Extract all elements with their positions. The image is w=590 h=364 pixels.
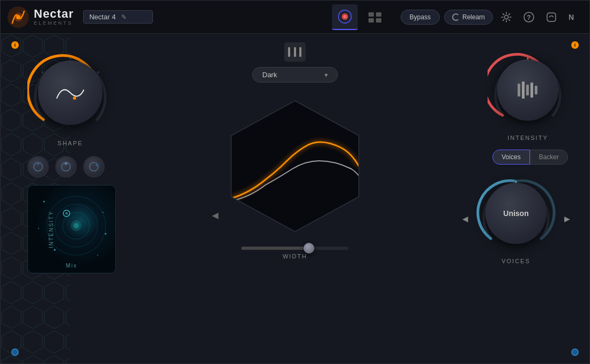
backer-toggle-btn[interactable]: Backer	[530, 150, 568, 165]
voices-backer-toggle: Voices Backer	[492, 150, 568, 165]
shape-knob-body[interactable]	[38, 61, 102, 125]
width-section: WIDTH	[241, 247, 349, 259]
mini-knob-1-icon	[32, 161, 44, 173]
unison-label: Unison	[503, 209, 528, 218]
intensity-bars-icon	[514, 79, 541, 101]
indicator-bottom-left[interactable]	[11, 348, 19, 356]
voices-knob-body[interactable]: Unison	[485, 183, 547, 244]
intensity-knob-outer[interactable]	[488, 50, 568, 130]
width-slider-fill	[241, 247, 306, 250]
voices-prev-button[interactable]: ◀	[459, 212, 471, 225]
svg-rect-52	[518, 84, 520, 96]
voices-label: VOICES	[502, 258, 530, 264]
relearn-icon	[452, 13, 460, 21]
svg-rect-13	[376, 18, 381, 23]
logo-area: Nectar ELEMENTS	[7, 6, 73, 28]
svg-text:?: ?	[527, 13, 530, 21]
mini-knob-3-icon	[88, 161, 100, 173]
svg-point-27	[96, 164, 99, 167]
svg-rect-46	[299, 47, 301, 57]
intensity-label: INTENSITY	[507, 135, 548, 141]
intensity-knob-section: INTENSITY	[488, 50, 568, 141]
shape-curve-icon	[54, 82, 86, 103]
logo-icon	[7, 6, 30, 28]
relearn-button[interactable]: Relearn	[444, 10, 493, 25]
svg-rect-43	[291, 47, 293, 54]
svg-point-23	[37, 162, 40, 165]
help-icon: ?	[523, 11, 535, 23]
mini-knob-2[interactable]	[55, 156, 77, 177]
indicator-bottom-right[interactable]	[571, 348, 579, 356]
left-panel: SHAPE	[1, 34, 161, 363]
svg-point-26	[90, 162, 98, 171]
hex-visualization	[220, 91, 370, 241]
indicator-top-right[interactable]	[571, 41, 579, 49]
svg-point-9	[343, 15, 346, 18]
svg-point-33	[73, 223, 79, 228]
voices-next-button[interactable]: ▶	[560, 212, 573, 225]
svg-text:N: N	[569, 13, 574, 21]
izotope-icon: N	[566, 11, 581, 23]
svg-rect-56	[535, 86, 537, 94]
mini-controls	[27, 156, 105, 177]
izotope-logo-button[interactable]: N	[565, 8, 583, 26]
settings-button[interactable]	[497, 8, 515, 26]
mix-card[interactable]: Intensity Mix	[27, 185, 116, 273]
style-dropdown[interactable]: Dark ▾	[252, 67, 338, 83]
grid-icon	[367, 11, 382, 23]
svg-rect-44	[294, 47, 296, 57]
bypass-button[interactable]: Bypass	[401, 10, 440, 25]
indicator-top-left[interactable]	[11, 41, 19, 49]
svg-point-18	[69, 57, 71, 60]
svg-rect-11	[376, 12, 381, 17]
svg-point-25	[65, 162, 68, 165]
voices-toggle-btn[interactable]: Voices	[492, 150, 529, 165]
app-title: Nectar	[34, 8, 73, 20]
shape-knob-outer[interactable]	[27, 50, 113, 136]
logo-text-block: Nectar ELEMENTS	[34, 8, 73, 26]
gear-icon	[500, 11, 512, 23]
midi-icon	[545, 11, 557, 23]
svg-point-19	[41, 71, 43, 73]
tab-grid[interactable]	[362, 4, 388, 30]
hex-viz-svg	[223, 96, 367, 236]
edit-icon: ✎	[121, 13, 127, 21]
blue-dot-right	[571, 348, 579, 356]
svg-point-20	[97, 71, 99, 73]
style-value: Dark	[262, 71, 277, 79]
svg-point-41	[65, 212, 68, 215]
chevron-down-icon: ▾	[324, 71, 328, 79]
mini-knob-3[interactable]	[83, 156, 105, 177]
mix-intensity-label: Intensity	[48, 210, 54, 248]
svg-point-37	[97, 255, 98, 256]
shape-label: SHAPE	[57, 140, 83, 146]
svg-point-6	[16, 15, 20, 19]
right-panel: INTENSITY Voices Backer ◀	[429, 34, 589, 363]
hex-left-arrow[interactable]: ◀	[212, 210, 218, 220]
main-content: SHAPE	[1, 34, 589, 363]
mini-knob-1[interactable]	[27, 156, 49, 177]
midi-button[interactable]	[542, 8, 560, 26]
svg-point-34	[43, 201, 45, 203]
svg-rect-45	[297, 47, 299, 54]
help-button[interactable]: ?	[520, 8, 538, 26]
piano-icon-button[interactable]	[284, 42, 306, 62]
mix-background	[28, 185, 116, 273]
width-slider[interactable]	[241, 247, 349, 250]
voices-knob-outer[interactable]: Unison	[476, 173, 556, 254]
app-subtitle: ELEMENTS	[34, 21, 73, 26]
svg-point-36	[54, 249, 56, 251]
shape-knob-section: SHAPE	[27, 50, 113, 146]
relearn-label: Relearn	[462, 13, 485, 21]
svg-rect-42	[288, 47, 290, 57]
svg-rect-55	[530, 83, 533, 98]
svg-point-14	[505, 15, 508, 19]
svg-point-21	[73, 96, 76, 100]
width-slider-thumb[interactable]	[304, 243, 314, 254]
svg-rect-12	[368, 18, 374, 23]
preset-selector[interactable]: Nectar 4 ✎	[83, 10, 153, 24]
mix-label: Mix	[28, 263, 115, 269]
intensity-knob-body[interactable]	[497, 60, 558, 121]
tab-melody[interactable]	[332, 4, 358, 30]
svg-rect-28	[28, 185, 116, 273]
